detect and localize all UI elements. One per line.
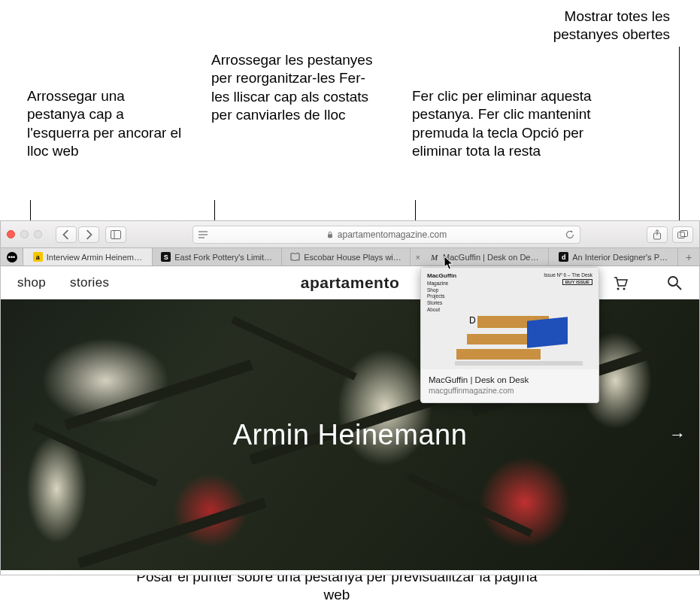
- share-button[interactable]: [647, 226, 668, 243]
- tab-hover-preview: MacGuffin Magazine Shop Projects Stories…: [420, 267, 599, 403]
- nav-stories[interactable]: stories: [70, 275, 109, 290]
- sidebar-icon: [111, 229, 121, 240]
- tab-bar: ••• a Interview Armin Heinem… S East For…: [1, 248, 699, 266]
- search-icon[interactable]: [666, 275, 683, 291]
- chevron-right-icon: [83, 229, 94, 240]
- preview-url: macguffinmagazine.com: [429, 386, 591, 395]
- preview-mini-link-0: Magazine: [427, 281, 456, 287]
- tab-3-title: MacGuffin | Desk on De…: [443, 253, 538, 262]
- preview-mini-link-2: Projects: [427, 293, 456, 300]
- share-icon: [652, 229, 662, 240]
- pinned-tab-favicon: •••: [7, 252, 17, 263]
- callout-pin: Arrossegar una pestanya cap a l'esquerra…: [27, 87, 185, 160]
- reader-button[interactable]: [198, 229, 208, 240]
- reload-icon[interactable]: [565, 229, 575, 240]
- preview-mini-buy: BUY ISSUE: [562, 279, 592, 285]
- tab-0-title: Interview Armin Heinem…: [47, 253, 142, 262]
- show-all-tabs-button[interactable]: [672, 226, 693, 243]
- svg-rect-8: [678, 232, 685, 238]
- preview-mini-issue: Issue Nº 6 – The Desk: [544, 272, 592, 278]
- svg-point-11: [623, 288, 626, 290]
- chevron-left-icon: [61, 229, 71, 240]
- lock-icon: [326, 231, 334, 238]
- tab-0[interactable]: a Interview Armin Heinem…: [23, 248, 153, 266]
- window-minimize-button[interactable]: [20, 230, 29, 238]
- preview-title: MacGuffin | Desk on Desk: [429, 375, 591, 384]
- pinned-tab[interactable]: •••: [1, 248, 23, 266]
- preview-caption: MacGuffin | Desk on Desk macguffinmagazi…: [421, 369, 598, 402]
- tabs-overview-icon: [677, 229, 688, 240]
- nav-buttons: [56, 226, 99, 243]
- address-bar[interactable]: apartamentomagazine.com: [192, 226, 580, 244]
- tab-1-favicon: S: [161, 252, 171, 262]
- window-maximize-button[interactable]: [34, 230, 42, 238]
- cart-icon[interactable]: [612, 275, 629, 291]
- hero-next-arrow[interactable]: →: [669, 425, 686, 445]
- preview-mini-link-1: Shop: [427, 287, 456, 294]
- tab-3-favicon: M: [429, 252, 439, 262]
- toolbar: apartamentomagazine.com: [1, 221, 699, 248]
- window-close-button[interactable]: [7, 230, 15, 238]
- svg-rect-9: [680, 230, 688, 236]
- tab-2-title: Escobar House Plays wi…: [304, 253, 402, 262]
- tab-close-button[interactable]: ×: [415, 253, 423, 261]
- svg-point-10: [617, 288, 620, 290]
- preview-thumbnail: MacGuffin Magazine Shop Projects Stories…: [421, 268, 598, 369]
- tab-4-favicon: d: [559, 252, 568, 262]
- svg-point-12: [668, 277, 677, 286]
- tab-1[interactable]: S East Fork Pottery's Limit…: [153, 248, 282, 266]
- tab-4[interactable]: d An Interior Designer's P…: [549, 248, 678, 266]
- svg-rect-0: [111, 230, 121, 238]
- mouse-cursor-icon: [444, 256, 454, 271]
- page-content: shop stories apartamento Armin Heinemann…: [1, 266, 699, 575]
- preview-mini-brand: MacGuffin: [427, 272, 456, 281]
- sidebar-button[interactable]: [105, 226, 126, 243]
- toolbar-right: [647, 226, 693, 243]
- callout-close: Fer clic per eliminar aquesta pestanya. …: [412, 87, 615, 160]
- svg-rect-5: [328, 234, 332, 238]
- tab-2[interactable]: Escobar House Plays wi…: [282, 248, 411, 266]
- callout-showall: Mostrar totes les pestanyes obertes: [512, 8, 670, 44]
- tab-1-title: East Fork Pottery's Limit…: [174, 253, 272, 262]
- window-controls: [7, 230, 42, 238]
- preview-mini-link-3: Stories: [427, 300, 456, 307]
- brand-logo[interactable]: apartamento: [301, 274, 400, 292]
- nav-shop[interactable]: shop: [17, 275, 46, 290]
- svg-line-13: [677, 285, 681, 290]
- preview-mini-link-4: About: [427, 307, 456, 314]
- address-url: apartamentomagazine.com: [338, 229, 447, 240]
- back-button[interactable]: [56, 226, 77, 243]
- preview-illustration: [462, 316, 575, 363]
- tab-0-favicon: a: [33, 252, 43, 262]
- tab-3[interactable]: × M MacGuffin | Desk on De…: [411, 248, 549, 266]
- callout-showall-line: [679, 47, 680, 229]
- callout-reorder: Arrossegar les pestanyes per reorganitza…: [211, 51, 377, 124]
- hero-title: Armin Heinemann: [233, 419, 468, 451]
- book-icon: [290, 252, 300, 262]
- reader-icon: [198, 230, 208, 239]
- forward-button[interactable]: [78, 226, 99, 243]
- safari-window: apartamentomagazine.com ••• a Interview …: [0, 220, 700, 575]
- new-tab-button[interactable]: +: [678, 248, 699, 266]
- tab-4-title: An Interior Designer's P…: [572, 253, 668, 262]
